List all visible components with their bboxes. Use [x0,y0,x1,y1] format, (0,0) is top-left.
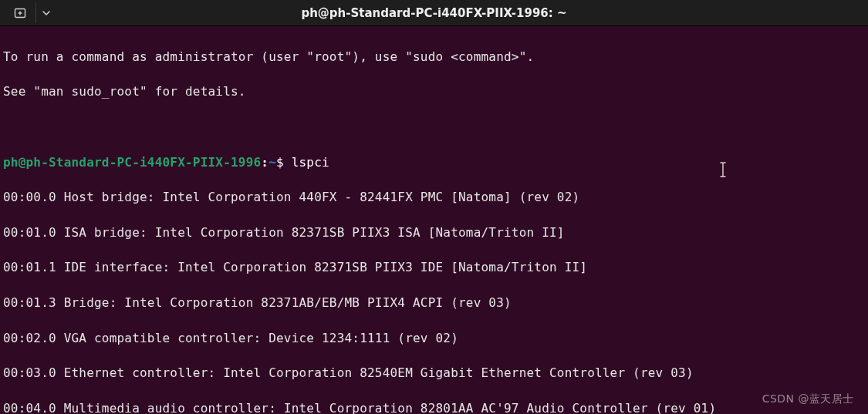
motd-line: See "man sudo_root" for details. [3,83,865,101]
prompt-dollar: $ [276,155,292,170]
lspci-output-line: 00:03.0 Ethernet controller: Intel Corpo… [3,365,865,382]
prompt-user-host: ph@ph-Standard-PC-i440FX-PIIX-1996 [3,155,261,170]
lspci-output-line: 00:02.0 VGA compatible controller: Devic… [3,330,865,348]
lspci-output-line: 00:01.1 IDE interface: Intel Corporation… [3,259,865,277]
window-title: ph@ph-Standard-PC-i440FX-PIIX-1996: ~ [301,6,566,20]
titlebar: ph@ph-Standard-PC-i440FX-PIIX-1996: ~ [0,0,868,26]
titlebar-controls [0,2,55,24]
prompt-line: ph@ph-Standard-PC-i440FX-PIIX-1996:~$ ls… [3,154,865,172]
titlebar-divider [35,3,36,23]
terminal-body[interactable]: To run a command as administrator (user … [0,26,868,414]
blank-line [3,119,865,136]
lspci-output-line: 00:04.0 Multimedia audio controller: Int… [3,400,865,414]
new-tab-icon [14,7,26,19]
motd-line: To run a command as administrator (user … [3,49,865,66]
prompt-colon: : [261,155,269,170]
new-tab-button[interactable] [6,2,34,24]
lspci-output-line: 00:00.0 Host bridge: Intel Corporation 4… [3,189,865,207]
tab-menu-button[interactable] [38,2,55,24]
lspci-output-line: 00:01.3 Bridge: Intel Corporation 82371A… [3,295,865,312]
chevron-down-icon [42,9,50,17]
prompt-path: ~ [269,155,276,170]
command-text: lspci [292,155,329,170]
lspci-output-line: 00:01.0 ISA bridge: Intel Corporation 82… [3,224,865,242]
